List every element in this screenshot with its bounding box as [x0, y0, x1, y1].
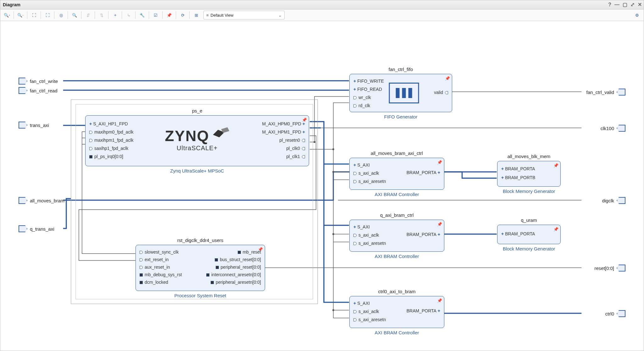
close-icon[interactable]: ✕ [638, 0, 642, 9]
help-icon[interactable]: ? [608, 0, 611, 9]
port-ext_reset_in[interactable]: ext_reset_in [140, 257, 169, 262]
validate-icon[interactable]: ☑ [152, 11, 160, 19]
external-port-trans_axi[interactable]: trans_axi [16, 122, 49, 129]
layout-icon[interactable]: ⊞ [192, 11, 200, 19]
pin-icon: 📌 [445, 76, 450, 81]
port-s_axi_aclk[interactable]: s_axi_aclk [353, 309, 379, 314]
port-slowest_sync_clk[interactable]: slowest_sync_clk [140, 250, 179, 255]
port-shape-icon [617, 89, 625, 96]
external-port-all_moves_bram[interactable]: all_moves_bram [16, 197, 64, 204]
port-maxihpm0_fpd_aclk[interactable]: maxihpm0_fpd_aclk [89, 129, 134, 134]
external-port-fan_ctrl_write[interactable]: fan_ctrl_write [16, 78, 58, 85]
port-M_AXI_HPM1_FPD[interactable]: M_AXI_HPM1_FPD [262, 129, 305, 134]
port-pl_ps_irq0[0:0][interactable]: pl_ps_irq0[0:0] [89, 154, 123, 159]
external-port-fan_ctrl_valid[interactable]: fan_ctrl_valid [586, 89, 628, 96]
settings-gear-icon[interactable]: ⚙ [633, 11, 641, 19]
port-shape-icon [19, 197, 27, 204]
port-BRAM_PORTA[interactable]: BRAM_PORTA [501, 166, 535, 171]
search-icon[interactable]: 🔍 [70, 11, 79, 19]
port-s_axi_aresetn[interactable]: s_axi_aresetn [353, 317, 386, 322]
target-icon[interactable]: ◎ [57, 11, 65, 19]
port-aux_reset_in[interactable]: aux_reset_in [140, 265, 170, 270]
block-ctrl0-axi-to-bram[interactable]: ctrl0_axi_to_bram AXI BRAM Controller 📌 … [349, 296, 444, 328]
external-port-ctrl0[interactable]: ctrl0 [605, 310, 628, 317]
block-ps-e[interactable]: ps_e Zynq UltraScale+ MPSoC 📌 ZYNQ Ultra… [85, 115, 309, 166]
port-shape-icon [19, 225, 27, 232]
wrench-icon[interactable]: 🔧 [138, 11, 146, 19]
external-port-fan_ctrl_read[interactable]: fan_ctrl_read [16, 87, 58, 94]
refresh-icon[interactable]: ⟳ [179, 11, 187, 19]
port-s_axi_aresetn[interactable]: s_axi_aresetn [353, 241, 386, 246]
port-s_axi_aclk[interactable]: s_axi_aclk [353, 233, 379, 238]
block-q-uram[interactable]: q_uram Block Memory Generator 📌 BRAM_POR… [497, 225, 561, 244]
block-rst-digclk[interactable]: rst_digclk_ddr4_users Processor System R… [136, 245, 265, 291]
route-icon[interactable]: ↳ [125, 11, 133, 19]
fit-window-icon[interactable]: ⛶ [30, 11, 38, 19]
port-valid[interactable]: valid [434, 90, 448, 95]
port-BRAM_PORTA[interactable]: BRAM_PORTA [501, 231, 535, 236]
port-S_AXI_HP1_FPD[interactable]: S_AXI_HP1_FPD [89, 121, 128, 126]
block-subtitle: AXI BRAM Controller [350, 330, 444, 335]
port-s_axi_aresetn[interactable]: s_axi_aresetn [353, 179, 386, 184]
port-S_AXI[interactable]: S_AXI [353, 301, 370, 306]
port-saxihp1_fpd_aclk[interactable]: saxihp1_fpd_aclk [89, 146, 128, 151]
block-subtitle: AXI BRAM Controller [350, 254, 444, 259]
pin-icon: 📌 [553, 163, 558, 168]
port-pl_resetn0[interactable]: pl_resetn0 [280, 138, 305, 143]
port-pl_clk0[interactable]: pl_clk0 [286, 146, 305, 151]
port-peripheral_aresetn[0:0][interactable]: peripheral_aresetn[0:0] [211, 280, 261, 285]
collapse-v-icon[interactable]: ⇵ [84, 11, 92, 19]
port-mb_reset[interactable]: mb_reset [238, 250, 261, 255]
port-label: digclk [602, 198, 614, 203]
expand-v-icon[interactable]: ⇅ [97, 11, 106, 19]
block-subtitle: Block Memory Generator [497, 189, 560, 194]
external-port-clk100[interactable]: clk100 [601, 125, 628, 132]
port-peripheral_reset[0:0][interactable]: peripheral_reset[0:0] [216, 265, 261, 270]
restore-icon[interactable]: ▢ [623, 0, 627, 9]
port-S_AXI[interactable]: S_AXI [353, 162, 370, 167]
external-port-q_trans_axi[interactable]: q_trans_axi [16, 225, 54, 232]
fit-selection-icon[interactable]: ⛶ [43, 11, 52, 19]
diagram-window: Diagram ? — ▢ ⤢ ✕ 🔍+ 🔍− ⛶ ⛶ ◎ 🔍 ⇵ ⇅ ＋ ↳ … [0, 0, 644, 351]
block-title: q_axi_bram_ctrl [350, 212, 444, 218]
zoom-out-icon[interactable]: 🔍− [16, 11, 25, 19]
port-pl_clk1[interactable]: pl_clk1 [286, 154, 305, 159]
maximize-icon[interactable]: ⤢ [630, 0, 635, 9]
block-subtitle: Processor System Reset [136, 293, 265, 298]
port-S_AXI[interactable]: S_AXI [353, 224, 370, 229]
block-q-axi-bram-ctrl[interactable]: q_axi_bram_ctrl AXI BRAM Controller 📌 S_… [349, 220, 444, 252]
port-rd_clk[interactable]: rd_clk [353, 103, 370, 108]
block-all-moves-bram-axi-ctrl[interactable]: all_moves_bram_axi_ctrl AXI BRAM Control… [349, 158, 444, 190]
svg-point-1 [332, 148, 334, 150]
port-maxihpm1_fpd_aclk[interactable]: maxihpm1_fpd_aclk [89, 138, 134, 143]
port-s_axi_aclk[interactable]: s_axi_aclk [353, 171, 379, 176]
block-title: rst_digclk_ddr4_users [136, 238, 265, 243]
port-FIFO_READ[interactable]: FIFO_READ [353, 87, 382, 92]
port-BRAM_PORTA[interactable]: BRAM_PORTA [407, 308, 440, 313]
zoom-in-icon[interactable]: 🔍+ [3, 11, 11, 19]
port-BRAM_PORTA[interactable]: BRAM_PORTA [407, 170, 440, 175]
external-port-digclk[interactable]: digclk [602, 197, 628, 204]
block-fan-ctrl-fifo[interactable]: fan_ctrl_fifo FIFO Generator 📌 FIFO_WRIT… [349, 74, 452, 112]
pin-icon[interactable]: 📌 [165, 11, 173, 19]
block-subtitle: Block Memory Generator [497, 246, 560, 251]
minimize-icon[interactable]: — [614, 0, 619, 9]
block-title: all_moves_bram_axi_ctrl [350, 151, 444, 156]
port-wr_clk[interactable]: wr_clk [353, 95, 371, 100]
chevron-down-icon: ⌄ [278, 13, 282, 18]
block-diagram-canvas[interactable]: ps_e Zynq UltraScale+ MPSoC 📌 ZYNQ Ultra… [0, 21, 644, 351]
add-icon[interactable]: ＋ [111, 11, 119, 19]
svg-point-0 [314, 141, 315, 143]
port-dcm_locked[interactable]: dcm_locked [140, 280, 168, 285]
port-mb_debug_sys_rst[interactable]: mb_debug_sys_rst [140, 272, 182, 277]
port-bus_struct_reset[0:0][interactable]: bus_struct_reset[0:0] [215, 257, 261, 262]
port-interconnect_aresetn[0:0][interactable]: interconnect_aresetn[0:0] [206, 272, 261, 277]
view-selector[interactable]: ≡ Default View ⌄ [203, 11, 285, 19]
port-FIFO_WRITE[interactable]: FIFO_WRITE [353, 79, 384, 84]
port-BRAM_PORTA[interactable]: BRAM_PORTA [407, 232, 440, 237]
external-port-reset[0:0][interactable]: reset[0:0] [594, 265, 628, 271]
block-all-moves-blk-mem[interactable]: all_moves_blk_mem Block Memory Generator… [497, 161, 561, 187]
port-BRAM_PORTB[interactable]: BRAM_PORTB [501, 175, 535, 180]
port-M_AXI_HPM0_FPD[interactable]: M_AXI_HPM0_FPD [262, 121, 305, 126]
block-subtitle: FIFO Generator [350, 114, 452, 119]
